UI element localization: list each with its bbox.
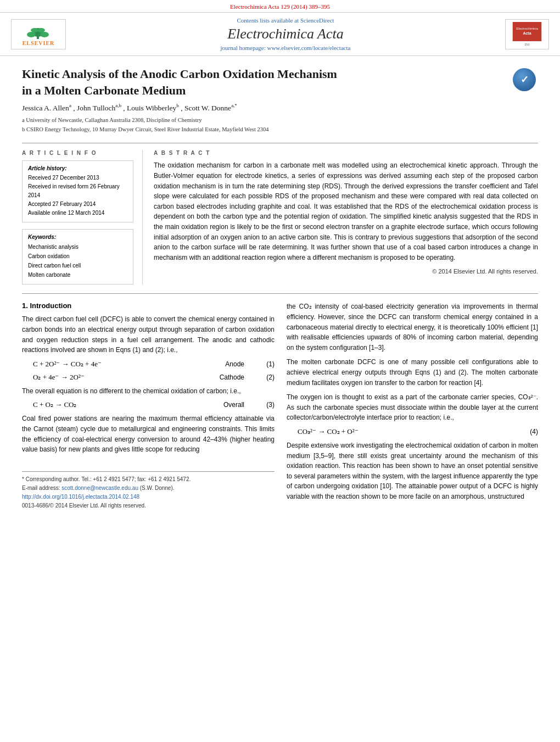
revised-date: Received in revised form 26 February 201… bbox=[28, 182, 127, 200]
author-louis: , Louis Wibberley bbox=[123, 104, 176, 112]
eq1-formula: C + 2O²⁻ → CO₂ + 4e⁻ bbox=[22, 360, 225, 369]
eq3-label: Overall bbox=[223, 401, 244, 409]
abstract-text: The oxidation mechanism for carbon in a … bbox=[154, 160, 538, 263]
svg-text:Acta: Acta bbox=[523, 31, 531, 35]
footnote-email-link[interactable]: scott.donne@newcastle.edu.au bbox=[61, 485, 138, 491]
elsevier-brand-text: ELSEVIER bbox=[23, 40, 55, 46]
keyword-4: Molten carbonate bbox=[28, 270, 127, 280]
eq2-label: Cathode bbox=[220, 373, 244, 381]
article-info-heading: A R T I C L E I N F O bbox=[22, 150, 133, 156]
keyword-2: Carbon oxidation bbox=[28, 252, 127, 261]
abstract-heading: A B S T R A C T bbox=[154, 150, 538, 156]
sciencedirect-line: Contents lists available at ScienceDirec… bbox=[66, 17, 505, 24]
homepage-link[interactable]: www.elsevier.com/locate/electacta bbox=[267, 44, 350, 51]
svg-point-3 bbox=[40, 32, 49, 37]
received-date: Received 27 December 2013 bbox=[28, 174, 127, 182]
footnote-star: * Corresponding author. Tel.: +61 2 4921… bbox=[22, 475, 275, 484]
history-title: Article history: bbox=[28, 165, 127, 171]
eq3-formula: C + O₂ → CO₂ bbox=[22, 400, 223, 409]
svg-point-4 bbox=[31, 28, 38, 32]
sciencedirect-link[interactable]: ScienceDirect bbox=[300, 17, 334, 24]
author-jessica: Jessica A. Allen bbox=[22, 104, 69, 112]
doi-line[interactable]: http://dx.doi.org/10.1016/j.electacta.20… bbox=[22, 493, 275, 501]
keywords-title: Keywords: bbox=[28, 234, 127, 240]
svg-text:Electrochimica: Electrochimica bbox=[516, 26, 538, 30]
section1-heading: 1. Introduction bbox=[22, 302, 275, 310]
eq2-formula: O₂ + 4e⁻ → 2O²⁻ bbox=[22, 373, 220, 382]
paper-title-section: Kinetic Analysis of the Anodic Carbon Ox… bbox=[22, 66, 538, 98]
journal-citation: Electrochimica Acta 129 (2014) 389–395 bbox=[0, 0, 560, 12]
equation-2: O₂ + 4e⁻ → 2O²⁻ Cathode (2) bbox=[22, 373, 275, 382]
body-left-column: 1. Introduction The direct carbon fuel c… bbox=[22, 302, 275, 510]
journal-header: ELSEVIER Contents lists available at Sci… bbox=[0, 12, 560, 56]
homepage-line: journal homepage: www.elsevier.com/locat… bbox=[66, 44, 505, 51]
affiliation-1: a University of Newcastle, Callaghan Aus… bbox=[22, 116, 538, 125]
body-section: 1. Introduction The direct carbon fuel c… bbox=[22, 293, 538, 510]
eq4-num: (4) bbox=[524, 428, 538, 436]
main-content: Kinetic Analysis of the Anodic Carbon Ox… bbox=[0, 56, 560, 521]
section1-para3: Coal fired power stations are nearing th… bbox=[22, 414, 275, 454]
affiliation-2: b CSIRO Energy Technology, 10 Murray Dwy… bbox=[22, 125, 538, 135]
equation-1: C + 2O²⁻ → CO₂ + 4e⁻ Anode (1) bbox=[22, 360, 275, 369]
equation-4: CO₃²⁻ → CO₂ + O²⁻ (4) bbox=[287, 427, 538, 436]
right-para4: Despite extensive work investigating the… bbox=[287, 440, 538, 502]
right-para3: The oxygen ion is thought to exist as a … bbox=[287, 392, 538, 423]
body-right-column: the CO₂ intensity of coal-based electric… bbox=[287, 302, 538, 510]
eq2-num: (2) bbox=[261, 373, 275, 381]
journal-center-info: Contents lists available at ScienceDirec… bbox=[66, 17, 505, 51]
right-para2: The molten carbonate DCFC is one of many… bbox=[287, 357, 538, 388]
affiliations: a University of Newcastle, Callaghan Aus… bbox=[22, 116, 538, 135]
elsevier-logo: ELSEVIER bbox=[11, 19, 66, 49]
svg-point-2 bbox=[27, 32, 36, 37]
abstract-column: A B S T R A C T The oxidation mechanism … bbox=[154, 150, 538, 284]
eq3-num: (3) bbox=[261, 401, 275, 409]
accepted-date: Accepted 27 February 2014 bbox=[28, 200, 127, 209]
crossmark-badge[interactable]: ✓ bbox=[511, 66, 538, 93]
equation-3: C + O₂ → CO₂ Overall (3) bbox=[22, 400, 275, 409]
crossmark-icon: ✓ bbox=[513, 68, 536, 91]
authors-line: Jessica A. Allena , John Tullocha,b , Lo… bbox=[22, 103, 538, 113]
left-column: A R T I C L E I N F O Article history: R… bbox=[22, 150, 143, 284]
article-history-block: Article history: Received 27 December 20… bbox=[22, 160, 133, 222]
keyword-3: Direct carbon fuel cell bbox=[28, 261, 127, 270]
svg-point-5 bbox=[37, 28, 45, 32]
right-para1: the CO₂ intensity of coal-based electric… bbox=[287, 302, 538, 353]
copyright-line: © 2014 Elsevier Ltd. All rights reserved… bbox=[154, 268, 538, 275]
issn-line: 0013-4686/© 2014 Elsevier Ltd. All right… bbox=[22, 501, 275, 510]
eq1-num: (1) bbox=[261, 360, 275, 368]
section1-para2: The overall equation is no different to … bbox=[22, 386, 275, 397]
article-info-abstract: A R T I C L E I N F O Article history: R… bbox=[22, 143, 538, 284]
keywords-block: Keywords: Mechanistic analysis Carbon ox… bbox=[22, 229, 133, 284]
journal-logo-right: Electrochimica Acta ISI bbox=[505, 19, 549, 49]
keyword-1: Mechanistic analysis bbox=[28, 242, 127, 252]
paper-title: Kinetic Analysis of the Anodic Carbon Ox… bbox=[22, 66, 337, 98]
available-date: Available online 12 March 2014 bbox=[28, 209, 127, 217]
author-john: , John Tulloch bbox=[73, 104, 115, 112]
footnote-area: * Corresponding author. Tel.: +61 2 4921… bbox=[22, 471, 275, 510]
eq4-formula: CO₃²⁻ → CO₂ + O²⁻ bbox=[287, 427, 524, 436]
eq1-label: Anode bbox=[225, 360, 244, 368]
author-scott: , Scott W. Donne bbox=[181, 104, 231, 112]
journal-title: Electrochimica Acta bbox=[66, 26, 505, 42]
footnote-email: E-mail address: scott.donne@newcastle.ed… bbox=[22, 484, 275, 493]
section1-para1: The direct carbon fuel cell (DCFC) is ab… bbox=[22, 314, 275, 355]
